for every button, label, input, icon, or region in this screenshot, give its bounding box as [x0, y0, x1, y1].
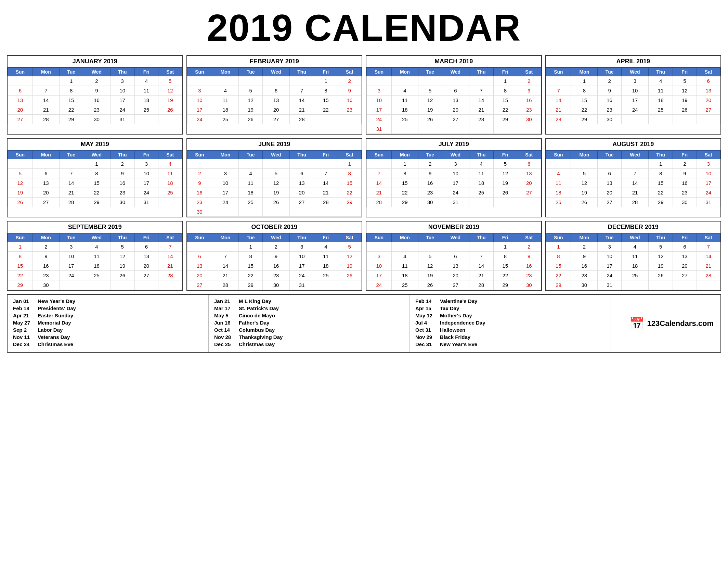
day-cell: 17	[442, 178, 469, 188]
day-cell: 13	[673, 252, 697, 261]
day-cell: 16	[598, 96, 621, 105]
day-cell: 21	[697, 261, 720, 271]
day-cell: 11	[621, 252, 648, 261]
day-header-Mon: Mon	[391, 68, 418, 76]
day-header-Tue: Tue	[598, 68, 621, 76]
day-cell: 9	[110, 169, 134, 178]
calendar-icon: 📅	[629, 316, 645, 331]
day-cell: 30	[598, 115, 621, 124]
day-cell: 23	[517, 271, 541, 280]
day-cell: 12	[8, 178, 33, 188]
holiday-date: Jan 21	[214, 298, 233, 304]
day-header-Wed: Wed	[621, 68, 648, 76]
day-cell: 29	[493, 280, 517, 290]
day-cell: 3	[442, 159, 469, 169]
holiday-date: Apr 21	[13, 313, 32, 318]
day-cell: 7	[469, 252, 493, 261]
day-cell: 8	[649, 169, 673, 178]
day-cell: 23	[110, 188, 134, 198]
day-cell	[546, 159, 571, 169]
month-calendar-11: NOVEMBER 2019SunMonTueWedThuFriSat123456…	[366, 221, 542, 291]
day-header-Wed: Wed	[83, 151, 110, 159]
day-cell: 17	[367, 105, 392, 115]
month-header: JULY 2019	[366, 139, 541, 150]
day-cell: 21	[59, 188, 83, 198]
day-cell: 14	[59, 178, 83, 188]
day-cell: 23	[517, 105, 541, 115]
day-header-Thu: Thu	[290, 233, 314, 242]
day-cell: 19	[571, 188, 598, 198]
day-cell: 29	[59, 115, 83, 124]
day-cell: 3	[621, 76, 648, 86]
day-cell	[262, 159, 289, 169]
day-cell: 22	[493, 271, 517, 280]
day-cell: 28	[621, 198, 648, 207]
day-header-Wed: Wed	[442, 233, 469, 242]
day-cell: 18	[314, 261, 338, 271]
day-cell	[239, 159, 262, 169]
day-cell	[571, 159, 598, 169]
day-cell: 9	[598, 86, 621, 96]
day-cell: 8	[571, 86, 598, 96]
day-header-Sat: Sat	[338, 151, 361, 159]
day-cell: 7	[290, 86, 314, 96]
day-cell: 5	[8, 169, 33, 178]
day-cell: 22	[83, 188, 110, 198]
holiday-name: New Year's Eve	[440, 341, 477, 347]
day-cell: 10	[110, 86, 134, 96]
holiday-name: M L King Day	[239, 298, 271, 304]
day-cell: 15	[8, 261, 33, 271]
holiday-name: Black Friday	[440, 334, 470, 340]
day-cell: 22	[391, 188, 418, 198]
holiday-col-2: Jan 21M L King DayMar 17St. Patrick's Da…	[209, 295, 410, 352]
day-cell	[469, 242, 493, 252]
day-cell	[621, 115, 648, 124]
day-header-Thu: Thu	[290, 68, 314, 76]
day-cell: 27	[673, 271, 697, 280]
day-header-Wed: Wed	[262, 151, 289, 159]
day-cell: 17	[621, 96, 648, 105]
day-cell: 14	[212, 261, 239, 271]
day-cell: 11	[134, 86, 158, 96]
day-cell: 24	[697, 188, 720, 198]
day-cell: 14	[32, 96, 59, 105]
month-table: SunMonTueWedThuFriSat1234567891011121314…	[187, 67, 362, 124]
day-cell	[8, 159, 33, 169]
day-header-Wed: Wed	[621, 151, 648, 159]
day-cell: 23	[598, 105, 621, 115]
day-header-Thu: Thu	[110, 151, 134, 159]
day-cell: 3	[598, 242, 621, 252]
day-cell: 16	[517, 261, 541, 271]
day-cell: 2	[517, 242, 541, 252]
holiday-name: Father's Day	[239, 320, 269, 326]
month-calendar-2: FEBRUARY 2019SunMonTueWedThuFriSat123456…	[186, 55, 363, 135]
day-cell: 31	[290, 280, 314, 290]
month-table: SunMonTueWedThuFriSat1234567891011121314…	[366, 67, 541, 134]
day-cell: 28	[32, 115, 59, 124]
day-cell: 8	[493, 86, 517, 96]
day-cell: 6	[32, 169, 59, 178]
day-cell: 8	[546, 252, 571, 261]
day-cell	[469, 76, 493, 86]
day-header-Sun: Sun	[367, 68, 392, 76]
day-cell: 22	[59, 105, 83, 115]
day-cell: 25	[314, 271, 338, 280]
day-cell: 29	[493, 115, 517, 124]
day-cell: 4	[239, 169, 262, 178]
day-cell: 6	[442, 252, 469, 261]
day-header-Tue: Tue	[239, 151, 262, 159]
holiday-col-3: Feb 14Valentine's DayApr 15Tax DayMay 12…	[410, 295, 611, 352]
day-cell: 5	[493, 159, 517, 169]
day-cell: 1	[314, 76, 338, 86]
month-header: APRIL 2019	[546, 56, 721, 67]
day-header-Sat: Sat	[158, 68, 182, 76]
holiday-row: Feb 14Valentine's Day	[415, 298, 605, 304]
day-header-Tue: Tue	[598, 233, 621, 242]
day-cell	[239, 207, 262, 217]
day-cell: 13	[290, 178, 314, 188]
day-cell: 3	[59, 242, 83, 252]
day-cell: 10	[697, 169, 720, 178]
day-cell: 24	[598, 271, 621, 280]
day-cell: 1	[338, 159, 361, 169]
day-cell: 14	[546, 96, 571, 105]
